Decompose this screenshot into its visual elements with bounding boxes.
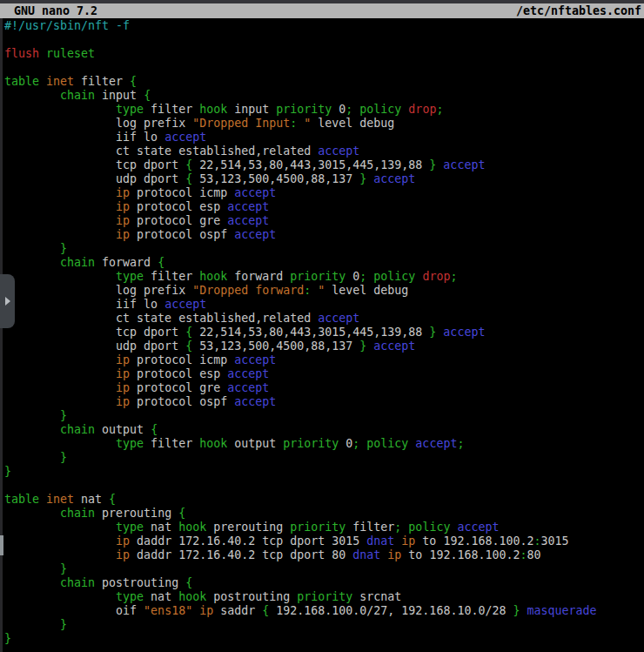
code-token: oif: [4, 604, 144, 617]
code-line[interactable]: ip protocol esp accept: [4, 367, 644, 381]
code-token: ": [297, 117, 311, 130]
code-token: 0: [332, 103, 345, 116]
code-token: log prefix: [4, 117, 192, 130]
code-token: nat: [74, 493, 109, 506]
code-line[interactable]: }: [4, 618, 644, 632]
code-line[interactable]: }: [4, 242, 644, 256]
code-line[interactable]: chain output {: [4, 423, 644, 437]
code-token: policy: [366, 270, 415, 283]
code-token: chain: [4, 89, 95, 102]
code-line[interactable]: ct state established,related accept: [4, 312, 644, 326]
code-line[interactable]: [4, 61, 644, 75]
code-token: 22,514,53,80,443,3015,445,139,88: [192, 326, 429, 339]
nano-titlebar: GNU nano 7.2 /etc/nftables.conf: [0, 3, 644, 18]
code-line[interactable]: #!/usr/sbin/nft -f: [4, 19, 644, 33]
code-line[interactable]: ip protocol gre accept: [4, 214, 644, 228]
code-line[interactable]: type nat hook prerouting priority filter…: [4, 521, 644, 534]
code-line[interactable]: }: [4, 409, 644, 423]
code-token: 53,123,500,4500,88,137: [192, 339, 359, 353]
code-token: {: [185, 326, 192, 339]
code-token: accept: [164, 131, 206, 144]
editor-buffer[interactable]: #!/usr/sbin/nft -fflush rulesettable ine…: [4, 19, 644, 646]
code-line[interactable]: chain prerouting {: [4, 507, 644, 521]
code-token: }: [4, 451, 67, 464]
code-token: tcp dport: [4, 158, 185, 171]
code-line[interactable]: iif lo accept: [4, 298, 644, 312]
code-line[interactable]: table inet filter {: [4, 75, 644, 89]
code-token: }: [4, 465, 11, 478]
code-token: hook: [199, 437, 227, 450]
code-token: accept: [227, 367, 269, 380]
code-line[interactable]: type filter hook forward priority 0; pol…: [4, 270, 644, 284]
code-line[interactable]: ip protocol icmp accept: [4, 353, 644, 367]
code-line[interactable]: tcp dport { 22,514,53,80,443,3015,445,13…: [4, 326, 644, 339]
code-token: 80: [527, 548, 540, 561]
code-token: output: [95, 423, 151, 436]
code-line[interactable]: log prefix "Dropped forward: " level deb…: [4, 284, 644, 298]
code-line[interactable]: table inet nat {: [4, 493, 644, 507]
code-token: protocol icmp: [130, 186, 234, 199]
code-line[interactable]: }: [4, 562, 644, 576]
code-line[interactable]: flush ruleset: [4, 47, 644, 61]
code-token: chain: [4, 256, 95, 269]
code-line[interactable]: type filter hook input priority 0; polic…: [4, 103, 644, 117]
code-token: input: [227, 103, 276, 116]
code-token: nat: [144, 521, 178, 534]
code-line[interactable]: }: [4, 465, 644, 479]
code-token: ip: [380, 548, 401, 561]
code-line[interactable]: type filter hook output priority 0; poli…: [4, 437, 644, 451]
code-token: }: [4, 562, 67, 575]
code-line[interactable]: chain input {: [4, 89, 644, 103]
code-line[interactable]: udp dport { 53,123,500,4500,88,137 } acc…: [4, 339, 644, 353]
code-token: to 192.168.100.2: [401, 548, 520, 561]
code-line[interactable]: }: [4, 632, 644, 646]
code-token: 22,514,53,80,443,3015,445,139,88: [192, 158, 429, 171]
code-line[interactable]: log prefix "Dropped Input: " level debug: [4, 117, 644, 131]
code-token: protocol ospf: [130, 395, 234, 408]
code-token: accept: [234, 186, 276, 199]
code-token: hook: [178, 521, 206, 534]
code-token: input: [95, 89, 144, 102]
code-token: }: [4, 409, 67, 422]
code-line[interactable]: }: [4, 451, 644, 465]
code-token: level debug: [311, 117, 394, 130]
code-line[interactable]: type nat hook postrouting priority srcna…: [4, 590, 644, 604]
code-token: ip: [4, 395, 130, 408]
code-line[interactable]: [4, 479, 644, 493]
code-token: nat: [144, 590, 178, 603]
code-line[interactable]: ip protocol icmp accept: [4, 186, 644, 200]
code-token: accept: [436, 158, 485, 171]
code-line[interactable]: oif "ens18" ip saddr { 192.168.100.0/27,…: [4, 604, 644, 618]
code-token: udp dport: [4, 339, 185, 353]
code-token: ip: [4, 534, 130, 548]
code-line[interactable]: [4, 33, 644, 47]
code-token: {: [144, 89, 151, 102]
code-line[interactable]: ip daddr 172.16.40.2 tcp dport 80 dnat i…: [4, 548, 644, 562]
code-token: saddr: [213, 604, 262, 617]
code-token: ip: [4, 381, 130, 394]
code-token: ip: [4, 548, 130, 561]
code-line[interactable]: udp dport { 53,123,500,4500,88,137 } acc…: [4, 172, 644, 186]
vm-console-screen: GNU nano 7.2 /etc/nftables.conf #!/usr/s…: [0, 0, 644, 652]
code-token: protocol esp: [130, 200, 227, 213]
code-token: drop: [415, 270, 450, 283]
code-token: flush: [4, 47, 39, 60]
code-token: priority: [290, 270, 345, 283]
code-token: inet: [39, 493, 74, 506]
code-line[interactable]: iif lo accept: [4, 131, 644, 145]
code-token: accept: [366, 172, 415, 185]
code-line[interactable]: ct state established,related accept: [4, 145, 644, 158]
code-line[interactable]: chain postrouting {: [4, 576, 644, 590]
code-token: 0: [339, 437, 352, 450]
code-line[interactable]: ip protocol esp accept: [4, 200, 644, 214]
code-line[interactable]: tcp dport { 22,514,53,80,443,3015,445,13…: [4, 158, 644, 172]
code-token: postrouting: [95, 576, 185, 589]
code-line[interactable]: ip protocol ospf accept: [4, 228, 644, 242]
code-token: daddr 172.16.40.2 tcp dport 80: [130, 548, 352, 561]
code-line[interactable]: ip protocol ospf accept: [4, 395, 644, 409]
code-line[interactable]: ip daddr 172.16.40.2 tcp dport 3015 dnat…: [4, 534, 644, 548]
code-token: filter: [144, 437, 199, 450]
code-token: policy: [352, 103, 401, 116]
code-line[interactable]: chain forward {: [4, 256, 644, 270]
code-line[interactable]: ip protocol gre accept: [4, 381, 644, 395]
